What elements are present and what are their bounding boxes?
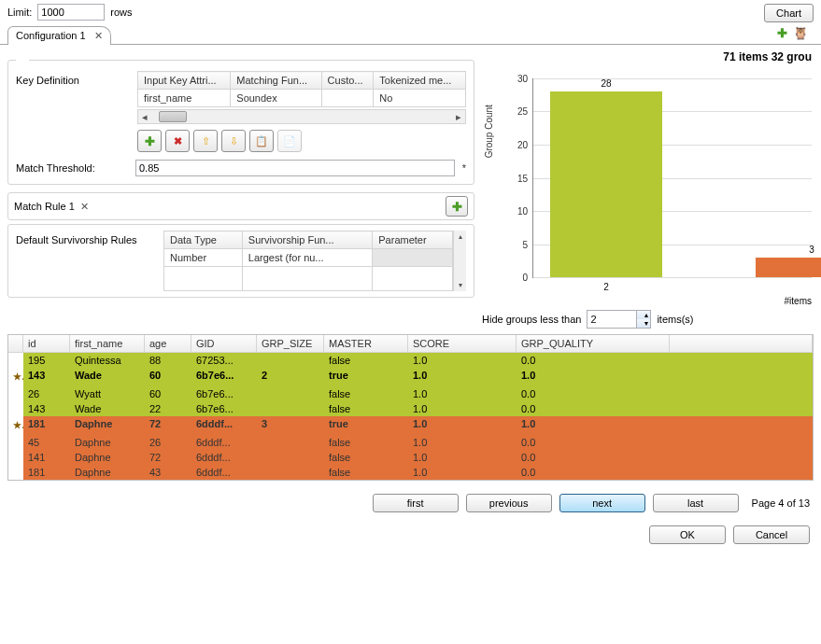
table-row[interactable]: ★143Wade606b7e6...2true1.01.0	[8, 368, 813, 386]
tab-configuration-1[interactable]: Configuration 1 ✕	[7, 26, 111, 45]
tab-label: Configuration 1	[16, 30, 86, 41]
match-rule-header: Match Rule 1 ✕ ✚	[7, 192, 474, 220]
match-rule-label: Match Rule 1	[14, 201, 75, 212]
arrow-up-icon: ⇧	[202, 135, 210, 147]
col-grp-quality[interactable]: GRP_QUALITY	[517, 335, 670, 353]
scroll-left-icon[interactable]: ◂	[138, 111, 151, 123]
rows-label: rows	[110, 7, 132, 18]
copy-icon: 📋	[255, 135, 268, 147]
key-def-hscrollbar[interactable]: ◂ ▸	[137, 109, 466, 124]
hide-groups-label: Hide groups less than	[482, 314, 581, 325]
move-up-button[interactable]: ⇧	[193, 130, 218, 152]
plus-icon: ✚	[145, 134, 155, 148]
last-button[interactable]: last	[653, 494, 739, 512]
results-grid: id first_name age GID GRP_SIZE MASTER SC…	[7, 334, 814, 481]
paste-button[interactable]: 📄	[277, 130, 302, 152]
col-input-key[interactable]: Input Key Attri...	[138, 72, 231, 90]
survivorship-label: Default Survivorship Rules	[16, 231, 156, 245]
chart: Group Count 05101520253028233 #items	[482, 63, 814, 306]
arrow-down-icon: ⇩	[230, 135, 238, 147]
hide-groups-suffix: items(s)	[657, 314, 693, 325]
limit-label: Limit:	[7, 7, 32, 18]
required-indicator: *	[462, 162, 466, 174]
first-button[interactable]: first	[373, 494, 459, 512]
previous-button[interactable]: previous	[466, 494, 552, 512]
col-data-type[interactable]: Data Type	[164, 231, 243, 249]
col-master[interactable]: MASTER	[324, 335, 408, 353]
wizard-icon[interactable]: 🦉	[793, 26, 808, 40]
col-first-name[interactable]: first_name	[70, 335, 145, 353]
col-parameter[interactable]: Parameter	[373, 231, 453, 249]
close-icon[interactable]: ✕	[80, 201, 89, 213]
chart-button[interactable]: Chart	[764, 4, 814, 22]
hide-groups-spinner[interactable]: ▲ ▼	[587, 310, 651, 329]
chart-bar: 3	[756, 258, 821, 277]
scroll-up-icon[interactable]: ▴	[459, 231, 462, 243]
table-row[interactable]: 26Wyatt606b7e6...false1.00.0	[8, 386, 813, 401]
col-matching-fun[interactable]: Matching Fun...	[231, 72, 321, 90]
ok-button[interactable]: OK	[649, 525, 726, 544]
x-axis-label: #items	[785, 296, 812, 306]
chart-bar: 28	[550, 91, 662, 277]
col-grp-size[interactable]: GRP_SIZE	[257, 335, 324, 353]
col-tokenized[interactable]: Tokenized me...	[374, 72, 466, 90]
col-age[interactable]: age	[145, 335, 191, 353]
surv-vscrollbar[interactable]: ▴ ▾	[453, 231, 466, 291]
scroll-right-icon[interactable]: ▸	[452, 111, 465, 123]
survivorship-table: Data Type Survivorship Fun... Parameter …	[163, 231, 453, 291]
copy-button[interactable]: 📋	[249, 130, 274, 152]
key-definition-group: x Key Definition Input Key Attri... Matc…	[7, 54, 474, 185]
key-definition-row[interactable]: first_name Soundex No	[138, 90, 466, 107]
close-icon[interactable]: ✕	[94, 30, 103, 41]
table-row[interactable]: ★181Daphne726dddf...3true1.01.0	[8, 416, 813, 435]
table-row[interactable]: 143Wade226b7e6...false1.00.0	[8, 401, 813, 416]
hide-groups-input[interactable]	[587, 312, 636, 327]
table-row[interactable]: 141Daphne726dddf...false1.00.0	[8, 450, 813, 465]
cancel-button[interactable]: Cancel	[733, 525, 810, 544]
plus-icon: ✚	[452, 200, 462, 214]
next-button[interactable]: next	[559, 494, 645, 512]
col-gid[interactable]: GID	[191, 335, 257, 353]
col-id[interactable]: id	[23, 335, 70, 353]
x-icon: ✖	[174, 135, 182, 147]
spinner-down-button[interactable]: ▼	[637, 319, 650, 328]
add-key-button[interactable]: ✚	[137, 130, 162, 152]
match-threshold-label: Match Threshold:	[16, 162, 128, 174]
add-config-icon[interactable]: ✚	[777, 26, 787, 40]
table-row[interactable]: 45Daphne266dddf...false1.00.0	[8, 435, 813, 450]
scroll-thumb[interactable]	[159, 111, 187, 122]
table-row[interactable]: 181Daphne436dddf...false1.00.0	[8, 465, 813, 480]
add-rule-button[interactable]: ✚	[446, 196, 468, 217]
page-indicator: Page 4 of 13	[752, 497, 810, 509]
survivorship-row[interactable]: Number Largest (for nu...	[164, 249, 453, 267]
match-threshold-input[interactable]	[135, 160, 455, 176]
col-score[interactable]: SCORE	[408, 335, 517, 353]
limit-input[interactable]	[37, 4, 105, 21]
key-definition-table: Input Key Attri... Matching Fun... Custo…	[137, 71, 466, 107]
spinner-up-button[interactable]: ▲	[637, 311, 650, 319]
table-row[interactable]: 195Quintessa8867253...false1.00.0	[8, 353, 813, 368]
y-axis-label: Group Count	[484, 105, 494, 158]
key-definition-label: Key Definition	[16, 71, 128, 86]
scroll-down-icon[interactable]: ▾	[459, 279, 462, 291]
move-down-button[interactable]: ⇩	[221, 130, 246, 152]
col-custo[interactable]: Custo...	[321, 72, 374, 90]
col-surv-func[interactable]: Survivorship Fun...	[242, 231, 372, 249]
remove-key-button[interactable]: ✖	[165, 130, 190, 152]
paste-icon: 📄	[283, 135, 296, 147]
chart-title: 71 items 32 grou	[482, 50, 814, 63]
